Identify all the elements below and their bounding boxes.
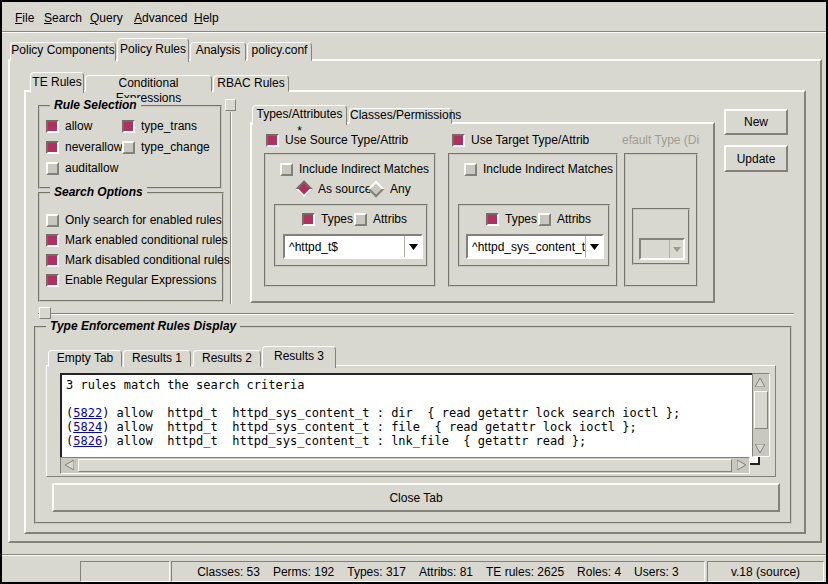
checkbox-only-enabled-rules[interactable]: Only search for enabled rules — [46, 213, 222, 227]
version-label: v.18 (source) — [731, 565, 800, 579]
vertical-sash-line — [230, 112, 232, 304]
checkbox-indicator — [46, 214, 59, 227]
checkbox-mark-enabled-conditional[interactable]: Mark enabled conditional rules — [46, 233, 228, 247]
tab-types-attributes[interactable]: Types/Attributes * — [252, 105, 347, 125]
search-options-title: Search Options — [50, 185, 147, 199]
scroll-up-arrow-icon[interactable] — [753, 374, 767, 390]
tab-analysis[interactable]: Analysis — [190, 42, 246, 61]
rule-selection-title: Rule Selection — [50, 98, 141, 112]
checkbox-neverallow[interactable]: neverallow — [46, 140, 122, 154]
stat-types: Types: 317 — [347, 565, 406, 579]
scroll-left-arrow-icon[interactable] — [61, 458, 77, 471]
statusbar-empty-box — [80, 561, 170, 582]
rule-number-link[interactable]: 5822 — [73, 406, 102, 420]
rule-line: (5824) allow httpd_t httpd_sys_content_t… — [66, 420, 754, 434]
checkbox-indicator — [538, 213, 551, 226]
checkbox-target-types[interactable]: Types — [486, 212, 537, 226]
target-type-combo[interactable]: ^httpd_sys_content_t$ — [466, 234, 604, 259]
dropdown-arrow-icon[interactable] — [404, 236, 421, 257]
horizontal-sash-line — [38, 313, 794, 315]
checkbox-indicator — [302, 213, 315, 226]
te-rules-display-title: Type Enforcement Rules Display — [46, 319, 240, 333]
checkbox-indicator — [46, 254, 59, 267]
checkbox-target-indirect[interactable]: Include Indirect Matches — [464, 162, 613, 176]
checkbox-type-trans[interactable]: type_trans — [122, 119, 197, 133]
checkbox-indicator — [46, 234, 59, 247]
scrollbar-thumb[interactable] — [754, 391, 768, 429]
stat-attribs: Attribs: 81 — [419, 565, 473, 579]
menu-advanced[interactable]: Advanced — [134, 11, 187, 25]
checkbox-source-types[interactable]: Types — [302, 212, 353, 226]
app-window: File Search Query Advanced Help Policy C… — [0, 0, 828, 584]
rule-number-link[interactable]: 5826 — [73, 434, 102, 448]
checkbox-enable-regex[interactable]: Enable Regular Expressions — [46, 273, 216, 287]
menu-file[interactable]: File — [15, 11, 34, 25]
default-type-combo — [639, 238, 685, 260]
menu-separator — [2, 31, 826, 33]
source-type-combo[interactable]: ^httpd_t$ — [283, 234, 423, 259]
radio-indicator — [368, 181, 385, 198]
tab-results-2[interactable]: Results 2 — [193, 350, 261, 367]
checkbox-indicator — [46, 141, 59, 154]
tab-te-rules[interactable]: TE Rules — [30, 72, 84, 93]
radio-as-source[interactable]: As source — [296, 182, 371, 196]
scrollbar-thumb[interactable] — [78, 459, 732, 472]
checkbox-use-target-type[interactable]: Use Target Type/Attrib — [452, 133, 589, 147]
rule-line: (5826) allow httpd_t httpd_sys_content_t… — [66, 434, 754, 448]
rule-line: (5822) allow httpd_t httpd_sys_content_t… — [66, 406, 754, 420]
stat-classes: Classes: 53 — [197, 565, 260, 579]
checkbox-allow[interactable]: allow — [46, 119, 92, 133]
scroll-down-arrow-icon[interactable] — [753, 440, 767, 456]
dropdown-arrow-icon — [669, 240, 683, 258]
stat-users: Users: 3 — [634, 565, 679, 579]
checkbox-indicator — [46, 120, 59, 133]
checkbox-indicator — [46, 162, 59, 175]
checkbox-source-indirect[interactable]: Include Indirect Matches — [280, 162, 429, 176]
results-text-area[interactable]: 3 rules match the search criteria (5822)… — [60, 373, 760, 465]
statusbar-version: v.18 (source) — [707, 561, 824, 582]
checkbox-auditallow[interactable]: auditallow — [46, 161, 118, 175]
checkbox-indicator — [354, 213, 367, 226]
checkbox-indicator — [486, 213, 499, 226]
horizontal-sash-handle[interactable] — [39, 307, 51, 319]
dropdown-arrow-icon[interactable] — [585, 236, 602, 257]
checkbox-indicator — [46, 274, 59, 287]
checkbox-indicator — [452, 134, 465, 147]
menu-bar: File Search Query Advanced Help — [2, 2, 826, 30]
tab-results-3[interactable]: Results 3 — [262, 346, 336, 368]
stat-perms: Perms: 192 — [273, 565, 334, 579]
tab-classes-permissions[interactable]: Classes/Permissions — [349, 108, 452, 124]
rule-number-link[interactable]: 5824 — [73, 420, 102, 434]
scroll-right-arrow-icon[interactable] — [733, 458, 749, 471]
tab-policy-conf[interactable]: policy.conf — [247, 42, 312, 61]
checkbox-indicator — [280, 163, 293, 176]
menu-search[interactable]: Search — [44, 11, 82, 25]
results-vertical-scrollbar[interactable] — [752, 373, 770, 457]
radio-any[interactable]: Any — [368, 182, 411, 196]
tab-empty-tab[interactable]: Empty Tab — [48, 350, 122, 367]
tab-results-1[interactable]: Results 1 — [123, 350, 191, 367]
stat-te-rules: TE rules: 2625 — [486, 565, 564, 579]
tab-policy-rules[interactable]: Policy Rules — [117, 38, 189, 62]
checkbox-use-source-type[interactable]: Use Source Type/Attrib — [266, 133, 408, 147]
radio-indicator — [296, 181, 313, 198]
checkbox-mark-disabled-conditional[interactable]: Mark disabled conditional rules — [46, 253, 230, 267]
checkbox-target-attribs[interactable]: Attribs — [538, 212, 591, 226]
checkbox-indicator — [122, 120, 135, 133]
checkbox-indicator — [266, 134, 279, 147]
close-tab-button[interactable]: Close Tab — [52, 483, 780, 512]
menu-query[interactable]: Query — [90, 11, 123, 25]
update-button[interactable]: Update — [724, 145, 788, 172]
results-summary: 3 rules match the search criteria — [66, 378, 754, 392]
new-button[interactable]: New — [724, 109, 788, 135]
tab-rbac-rules[interactable]: RBAC Rules — [213, 75, 289, 92]
tab-conditional-expressions[interactable]: Conditional Expressions — [85, 75, 212, 92]
checkbox-type-change[interactable]: type_change — [122, 140, 210, 154]
checkbox-source-attribs[interactable]: Attribs — [354, 212, 407, 226]
menu-help[interactable]: Help — [194, 11, 219, 25]
tab-policy-components[interactable]: Policy Components — [10, 42, 116, 61]
statusbar-separator — [2, 554, 826, 556]
results-horizontal-scrollbar[interactable] — [60, 457, 750, 474]
blank-line — [66, 392, 754, 406]
vertical-sash-handle[interactable] — [225, 99, 236, 111]
